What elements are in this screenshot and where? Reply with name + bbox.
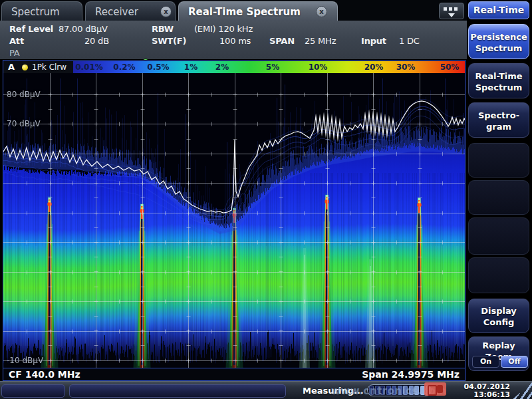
- softkey-empty-4: [468, 257, 529, 293]
- persistence-canvas[interactable]: [3, 73, 465, 368]
- color-scale-percent-label: 50%: [440, 63, 460, 72]
- softkey-label: Config: [469, 317, 529, 328]
- progress-cell: [398, 386, 402, 395]
- softkey-label: Persistence: [469, 31, 529, 43]
- time-label: 13:06:13: [464, 391, 510, 399]
- tab-receiver[interactable]: Receiver x: [85, 1, 176, 21]
- tab-real-time-spectrum[interactable]: Real-Time Spectrum x: [178, 1, 338, 21]
- chevron-down-icon: [448, 13, 455, 17]
- trace-info: A 1Pk Clrw: [3, 61, 73, 73]
- softkey-display-config[interactable]: DisplayConfig: [468, 299, 529, 333]
- settings-header: Ref Level87.00 dBμVRBW(EMI) 120 kHzAtt20…: [0, 21, 467, 59]
- softkey-empty-3: [468, 217, 529, 255]
- measurement-status: Measuring...: [303, 386, 364, 396]
- spectrum-display: A 1Pk Clrw 0.01%0.2%0.5%1%2%5%10%20%30%5…: [3, 60, 466, 381]
- softkey-label: Spectrum: [469, 82, 529, 93]
- measurement-progress-bar: [367, 384, 432, 396]
- taskbar-window-button[interactable]: [69, 384, 286, 398]
- setting-value[interactable]: (EMI) 120 kHz: [194, 24, 253, 34]
- progress-cell: [386, 386, 391, 395]
- date-time: 04.07.2012 13:06:13: [464, 383, 510, 399]
- replay-zoom-on-button[interactable]: On: [472, 356, 499, 368]
- setting-label[interactable]: RBW: [152, 24, 174, 34]
- softkey-label: Real-Time: [469, 70, 529, 82]
- tab-spectrum-label: Spectrum: [11, 6, 60, 18]
- tab-spectrum[interactable]: Spectrum: [1, 1, 82, 21]
- setting-value[interactable]: PA: [9, 48, 20, 58]
- softkey-spectrogram[interactable]: Spectro-gram: [468, 102, 529, 138]
- window-list-icon: [454, 7, 458, 11]
- y-axis-label: 80 dBμV: [7, 90, 41, 99]
- progress-cell: [369, 386, 374, 395]
- window-list-button[interactable]: [439, 3, 464, 19]
- window-list-icon: [444, 7, 447, 11]
- softkey-replay-zoom[interactable]: Replay Zoom On Off: [468, 336, 529, 371]
- close-icon[interactable]: x: [316, 6, 327, 17]
- progress-cell: [375, 386, 380, 395]
- tab-receiver-label: Receiver: [95, 6, 138, 18]
- tab-real-time-spectrum-label: Real-Time Spectrum: [188, 6, 301, 18]
- progress-cell: [420, 386, 425, 395]
- persistence-color-scale: A 1Pk Clrw 0.01%0.2%0.5%1%2%5%10%20%30%5…: [3, 61, 465, 73]
- color-scale-percent-label: 30%: [396, 63, 416, 72]
- setting-label[interactable]: SPAN: [269, 36, 295, 46]
- analyzer-screen: Spectrum Receiver x Real-Time Spectrum x…: [0, 0, 532, 399]
- close-icon[interactable]: x: [160, 6, 172, 17]
- color-scale-percent-label: 5%: [266, 63, 279, 72]
- display-footer: CF 140.0 MHz Span 24.9975 MHz: [3, 368, 465, 380]
- softkey-label: gram: [469, 121, 529, 132]
- softkey-sidebar: Real-Time PersistenceSpectrumReal-TimeSp…: [467, 0, 532, 381]
- setting-value[interactable]: 87.00 dBμV: [59, 24, 108, 34]
- color-scale-percent-label: 2%: [215, 63, 229, 72]
- trace-mode-label: 1Pk Clrw: [32, 63, 66, 72]
- setting-value[interactable]: 25 MHz: [305, 36, 336, 46]
- progress-cell: [392, 386, 396, 395]
- center-frequency: CF 140.0 MHz: [9, 369, 80, 380]
- softkey-empty-2: [468, 180, 529, 215]
- color-scale-percent-label: 0.5%: [147, 63, 169, 72]
- setting-label[interactable]: Att: [9, 36, 24, 46]
- window-badge: A: [8, 62, 15, 72]
- progress-cell: [380, 386, 385, 395]
- tab-bar: Spectrum Receiver x Real-Time Spectrum x: [0, 0, 467, 21]
- setting-value[interactable]: 100 ms: [219, 36, 251, 46]
- softkey-persistence-spectrum[interactable]: PersistenceSpectrum: [468, 24, 529, 59]
- setting-value[interactable]: 20 dB: [84, 36, 109, 46]
- softkey-label: Spectrum: [469, 43, 529, 54]
- replay-zoom-off-button[interactable]: Off: [501, 356, 528, 368]
- resize-grip[interactable]: [512, 382, 532, 399]
- color-scale-percent-label: 20%: [364, 63, 384, 72]
- softkey-label: Replay: [469, 340, 529, 351]
- color-scale-percent-label: 1%: [184, 63, 198, 72]
- y-axis-label: 70 dBμV: [7, 119, 41, 128]
- softkey-empty-1: [468, 143, 529, 178]
- y-axis-label: -10 dBμV: [7, 356, 43, 365]
- color-scale-percent-label: 0.2%: [113, 63, 135, 72]
- progress-cell: [409, 386, 414, 395]
- persistence-plot: 80 dBμV70 dBμV-10 dBμV: [3, 73, 465, 368]
- setting-label[interactable]: Input: [361, 36, 386, 46]
- trace-color-icon: [22, 65, 28, 70]
- taskbar-window-button[interactable]: [1, 384, 65, 398]
- window-list-icon: [449, 7, 452, 11]
- setting-value[interactable]: 1 DC: [399, 36, 420, 46]
- status-bar: Measuring... 04.07.2012 13:06:13: [0, 381, 532, 399]
- progress-cell: [414, 386, 419, 395]
- span-value: Span 24.9975 MHz: [362, 369, 460, 380]
- softkey-label: Display: [469, 305, 529, 317]
- color-scale-gradient: 0.01%0.2%0.5%1%2%5%10%20%30%50%: [73, 61, 465, 73]
- softkey-menu-title: Real-Time: [468, 1, 529, 19]
- softkey-real-time-spectrum[interactable]: Real-TimeSpectrum: [468, 63, 529, 98]
- color-scale-percent-label: 10%: [309, 63, 328, 72]
- progress-cell: [403, 386, 408, 395]
- softkey-label: Spectro-: [469, 110, 529, 121]
- setting-label[interactable]: SWT(F): [152, 36, 186, 46]
- progress-cell: [426, 386, 430, 395]
- setting-label[interactable]: Ref Level: [9, 24, 53, 34]
- color-scale-percent-label: 0.01%: [75, 63, 103, 72]
